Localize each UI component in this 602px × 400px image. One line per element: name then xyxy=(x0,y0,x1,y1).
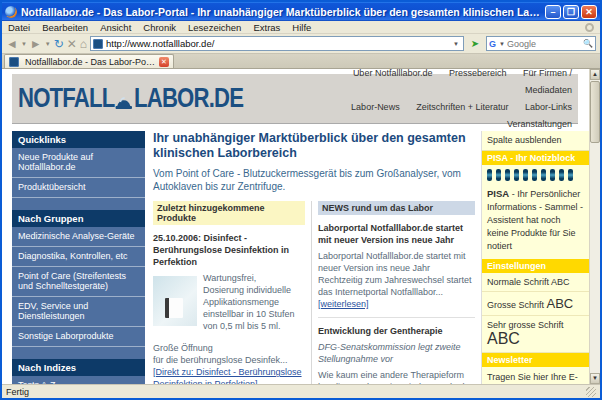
news-item-body: Wie kaum eine andere Therapieform hat di… xyxy=(318,370,473,384)
go-button[interactable]: ➤ xyxy=(467,36,483,52)
pisa-pins-row xyxy=(482,165,589,185)
back-dropdown-icon[interactable]: ▼ xyxy=(21,41,27,47)
vertical-scrollbar: ▲ ▼ xyxy=(589,69,600,384)
font-size-large-link[interactable]: Grosse Schrift ABC xyxy=(482,292,589,316)
nav-labor-links[interactable]: Labor-Links xyxy=(525,102,572,112)
sidebar-item-sonstige[interactable]: Sonstige Laborprodukte xyxy=(12,327,145,347)
reload-button[interactable]: ↻ xyxy=(54,37,64,51)
news-item-title: Entwicklung der Gentherapie xyxy=(318,325,475,337)
siren-icon xyxy=(115,93,133,110)
sidebar-item-diagnostika[interactable]: Diagnostika, Kontrollen, etc xyxy=(12,247,145,267)
pisa-acronym: PISA xyxy=(487,188,509,199)
sidebar-heading-nach-gruppen: Nach Gruppen xyxy=(12,210,145,227)
news-item: Entwicklung der Gentherapie DFG-Senatsko… xyxy=(318,325,475,384)
nav-ueber-notfalllabor[interactable]: Über Notfalllabor.de xyxy=(353,69,433,78)
sidebar-item-edv-service[interactable]: EDV, Service und Dienstleistungen xyxy=(12,297,145,327)
sidebar-item-analyse-geraete[interactable]: Medizinische Analyse-Geräte xyxy=(12,227,145,247)
search-bar[interactable]: G ▼ 🔍 xyxy=(486,36,596,51)
pin-icon xyxy=(496,169,501,181)
nav-zeitschriften[interactable]: Zeitschriften + Literatur xyxy=(416,102,508,112)
page-subtitle: Vom Point of Care - Blutzuckermessgerät … xyxy=(153,167,475,193)
minimize-button[interactable]: – xyxy=(545,5,561,19)
close-button[interactable]: ✕ xyxy=(581,5,597,19)
news-item-title: Laborportal Notfalllabor.de startet mit … xyxy=(318,222,475,246)
status-text: Fertig xyxy=(6,387,29,397)
newsletter-header: Newsletter xyxy=(482,353,589,367)
url-input[interactable] xyxy=(106,38,451,49)
pin-icon xyxy=(505,169,510,181)
sidebar-item-tests-az[interactable]: Tests A-Z xyxy=(12,376,145,384)
maximize-button[interactable]: ❐ xyxy=(563,5,579,19)
main-content: Ihr unabhängiger Marktüberblick über den… xyxy=(145,131,481,384)
product-text-3: Große Öffnung xyxy=(153,343,213,353)
nav-veranstaltungen[interactable]: Veranstaltungen xyxy=(507,119,572,129)
product-text-1: Wartungsfrei, xyxy=(203,273,256,283)
sidebar-item-produktuebersicht[interactable]: Produktübersicht xyxy=(12,178,145,198)
menu-extras[interactable]: Extras xyxy=(253,22,280,33)
resize-grip[interactable] xyxy=(586,387,596,397)
pin-icon xyxy=(559,169,564,181)
url-dropdown-icon[interactable]: ▼ xyxy=(451,41,461,47)
news-column-header: NEWS rund um das Labor xyxy=(318,201,475,215)
news-item-readmore-link[interactable]: [weiterlesen] xyxy=(318,299,369,309)
nav-fuer-firmen[interactable]: Für Firmen / Mediadaten xyxy=(523,69,572,95)
site-logo[interactable]: Notfall Labor.de xyxy=(18,83,243,114)
home-button[interactable]: ⌂ xyxy=(80,37,87,51)
pin-icon xyxy=(550,169,555,181)
pin-icon xyxy=(523,169,528,181)
forward-dropdown-icon[interactable]: ▼ xyxy=(45,41,51,47)
product-text-4: für die berührungslose Desinfek... xyxy=(153,355,288,365)
font-normal-label: Normale Schrift xyxy=(487,277,551,287)
sidebar-heading-quicklinks: Quicklinks xyxy=(12,131,145,148)
activity-throbber-icon xyxy=(585,23,594,32)
font-large-label: Grosse Schrift xyxy=(487,300,547,310)
top-navigation: Über Notfalllabor.de Pressebereich Für F… xyxy=(292,69,572,133)
tab-close-icon[interactable]: ✕ xyxy=(159,57,169,67)
font-size-normal-link[interactable]: Normale Schrift ABC xyxy=(482,273,589,292)
menu-hilfe[interactable]: Hilfe xyxy=(292,22,311,33)
scrollbar-thumb[interactable] xyxy=(590,81,600,143)
browser-window: Notfalllabor.de - Das Labor-Portal - Ihr… xyxy=(0,0,602,400)
font-normal-sample: ABC xyxy=(551,277,570,287)
product-direct-link[interactable]: [Direkt zu: Disinfect - Berührungslose D… xyxy=(153,367,302,384)
font-size-xlarge-link[interactable]: Sehr grosse Schrift ABC xyxy=(482,316,589,353)
product-image[interactable] xyxy=(153,276,197,326)
search-engine-dropdown-icon[interactable]: ▼ xyxy=(497,41,507,47)
magnifier-icon[interactable]: 🔍 xyxy=(583,39,593,48)
sidebar-item-neue-produkte[interactable]: Neue Produkte auf Notfalllabor.de xyxy=(12,148,145,178)
nav-labor-news[interactable]: Labor-News xyxy=(351,102,400,112)
product-item-title: 25.10.2006: Disinfect - Berührungslose D… xyxy=(153,232,305,268)
menu-chronik[interactable]: Chronik xyxy=(143,22,176,33)
menu-ansicht[interactable]: Ansicht xyxy=(100,22,131,33)
title-bar[interactable]: Notfalllabor.de - Das Labor-Portal - Ihr… xyxy=(2,2,600,21)
firefox-icon xyxy=(5,6,17,18)
url-bar[interactable]: ▼ xyxy=(90,36,464,51)
menu-bar: Datei Bearbeiten Ansicht Chronik Lesezei… xyxy=(2,21,600,34)
tab-notfalllabor[interactable]: Notfalllabor.de - Das Labor-Porta... ✕ xyxy=(4,54,174,68)
pin-icon xyxy=(541,169,546,181)
stop-button[interactable]: ✕ xyxy=(67,37,77,51)
search-input[interactable] xyxy=(507,39,583,49)
tab-favicon-icon xyxy=(9,57,19,67)
scroll-down-icon[interactable]: ▼ xyxy=(590,373,600,384)
hide-column-link[interactable]: Spalte ausblenden xyxy=(482,131,589,151)
menu-datei[interactable]: Datei xyxy=(8,22,30,33)
logo-text-right: Labor.de xyxy=(134,83,243,114)
google-icon: G xyxy=(489,39,496,49)
news-item-body: Laborportal Notfalllabor.de startet mit … xyxy=(318,251,472,297)
font-xlarge-label: Sehr grosse Schrift xyxy=(487,320,564,330)
nav-pressebereich[interactable]: Pressebereich xyxy=(449,69,507,78)
newsletter-description: Tragen Sie hier Ihre E-Mail-Adresse ein … xyxy=(482,367,589,384)
scroll-up-icon[interactable]: ▲ xyxy=(590,69,600,80)
sidebar-heading-nach-indizes: Nach Indizes xyxy=(12,359,145,376)
menu-lesezeichen[interactable]: Lesezeichen xyxy=(188,22,241,33)
sidebar-item-point-of-care[interactable]: Point of Care (Streifentests und Schnell… xyxy=(12,267,145,297)
pin-icon xyxy=(514,169,519,181)
back-button[interactable]: ◄ xyxy=(6,37,18,51)
product-text-2: Dosierung individuelle Applikationsmenge… xyxy=(203,285,295,331)
right-sidebar: Spalte ausblenden PISA - Ihr Notizblock … xyxy=(481,131,589,384)
browser-viewport: Notfall Labor.de Über Notfalllabor.de Pr… xyxy=(2,69,600,384)
menu-bearbeiten[interactable]: Bearbeiten xyxy=(42,22,88,33)
site-header: Notfall Labor.de Über Notfalllabor.de Pr… xyxy=(12,74,578,124)
forward-button[interactable]: ► xyxy=(30,37,42,51)
